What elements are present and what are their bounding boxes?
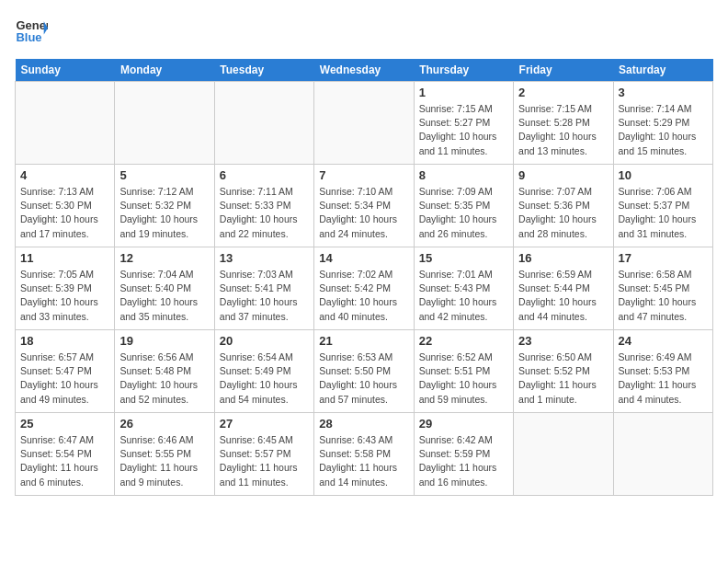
calendar-cell: 16Sunrise: 6:59 AMSunset: 5:44 PMDayligh… — [514, 247, 613, 330]
header: General Blue — [15, 15, 713, 48]
calendar-cell — [314, 82, 414, 165]
calendar-cell: 24Sunrise: 6:49 AMSunset: 5:53 PMDayligh… — [613, 330, 712, 413]
day-info: Sunrise: 6:57 AMSunset: 5:47 PMDaylight:… — [20, 350, 109, 407]
day-info: Sunrise: 7:05 AMSunset: 5:39 PMDaylight:… — [20, 268, 109, 324]
day-info: Sunrise: 6:45 AMSunset: 5:57 PMDaylight:… — [220, 433, 309, 489]
calendar-cell: 2Sunrise: 7:15 AMSunset: 5:28 PMDaylight… — [514, 82, 613, 165]
day-info: Sunrise: 6:53 AMSunset: 5:50 PMDaylight:… — [319, 350, 408, 407]
calendar-cell — [514, 413, 613, 496]
day-number: 29 — [419, 417, 508, 431]
day-info: Sunrise: 7:04 AMSunset: 5:40 PMDaylight:… — [119, 268, 209, 324]
calendar-cell — [115, 82, 214, 165]
calendar-cell: 13Sunrise: 7:03 AMSunset: 5:41 PMDayligh… — [214, 247, 313, 330]
day-number: 23 — [518, 334, 608, 348]
dow-saturday: Saturday — [613, 59, 712, 82]
calendar-cell: 17Sunrise: 6:58 AMSunset: 5:45 PMDayligh… — [613, 247, 712, 330]
calendar-cell: 4Sunrise: 7:13 AMSunset: 5:30 PMDaylight… — [16, 165, 115, 247]
calendar-cell: 14Sunrise: 7:02 AMSunset: 5:42 PMDayligh… — [314, 247, 414, 330]
day-number: 10 — [619, 168, 708, 182]
day-info: Sunrise: 7:12 AMSunset: 5:32 PMDaylight:… — [119, 185, 209, 241]
calendar-cell: 5Sunrise: 7:12 AMSunset: 5:32 PMDaylight… — [115, 165, 214, 247]
day-info: Sunrise: 6:43 AMSunset: 5:58 PMDaylight:… — [319, 433, 408, 489]
dow-thursday: Thursday — [414, 59, 513, 82]
week-row-3: 11Sunrise: 7:05 AMSunset: 5:39 PMDayligh… — [16, 247, 713, 330]
day-number: 14 — [319, 251, 408, 265]
day-info: Sunrise: 6:50 AMSunset: 5:52 PMDaylight:… — [518, 350, 608, 407]
day-info: Sunrise: 6:42 AMSunset: 5:59 PMDaylight:… — [419, 433, 508, 489]
dow-wednesday: Wednesday — [314, 59, 414, 82]
dow-sunday: Sunday — [16, 59, 115, 82]
day-info: Sunrise: 7:15 AMSunset: 5:28 PMDaylight:… — [518, 102, 608, 158]
day-number: 20 — [220, 334, 309, 348]
day-number: 27 — [220, 417, 309, 431]
day-info: Sunrise: 6:52 AMSunset: 5:51 PMDaylight:… — [419, 350, 508, 407]
day-number: 9 — [518, 168, 608, 182]
calendar-cell: 18Sunrise: 6:57 AMSunset: 5:47 PMDayligh… — [16, 330, 115, 413]
day-info: Sunrise: 7:11 AMSunset: 5:33 PMDaylight:… — [220, 185, 309, 241]
days-of-week-row: SundayMondayTuesdayWednesdayThursdayFrid… — [16, 59, 713, 82]
day-info: Sunrise: 7:15 AMSunset: 5:27 PMDaylight:… — [419, 102, 508, 158]
day-number: 3 — [619, 86, 708, 99]
day-info: Sunrise: 7:06 AMSunset: 5:37 PMDaylight:… — [619, 185, 708, 241]
day-number: 21 — [319, 334, 408, 348]
day-number: 26 — [119, 417, 209, 431]
day-number: 6 — [220, 168, 309, 182]
day-number: 1 — [419, 86, 508, 99]
calendar-cell: 7Sunrise: 7:10 AMSunset: 5:34 PMDaylight… — [314, 165, 414, 247]
day-number: 16 — [518, 251, 608, 265]
calendar-cell: 3Sunrise: 7:14 AMSunset: 5:29 PMDaylight… — [613, 82, 712, 165]
day-info: Sunrise: 6:56 AMSunset: 5:48 PMDaylight:… — [119, 350, 209, 407]
calendar-cell: 8Sunrise: 7:09 AMSunset: 5:35 PMDaylight… — [414, 165, 513, 247]
day-info: Sunrise: 6:47 AMSunset: 5:54 PMDaylight:… — [20, 433, 109, 489]
calendar-cell: 25Sunrise: 6:47 AMSunset: 5:54 PMDayligh… — [16, 413, 115, 496]
dow-monday: Monday — [115, 59, 214, 82]
day-number: 17 — [619, 251, 708, 265]
day-number: 11 — [20, 251, 109, 265]
day-number: 15 — [419, 251, 508, 265]
calendar-cell: 6Sunrise: 7:11 AMSunset: 5:33 PMDaylight… — [214, 165, 313, 247]
day-info: Sunrise: 7:03 AMSunset: 5:41 PMDaylight:… — [220, 268, 309, 324]
calendar-cell: 20Sunrise: 6:54 AMSunset: 5:49 PMDayligh… — [214, 330, 313, 413]
day-number: 24 — [619, 334, 708, 348]
calendar-cell: 9Sunrise: 7:07 AMSunset: 5:36 PMDaylight… — [514, 165, 613, 247]
day-info: Sunrise: 7:02 AMSunset: 5:42 PMDaylight:… — [319, 268, 408, 324]
day-number: 2 — [518, 86, 608, 99]
calendar-cell: 11Sunrise: 7:05 AMSunset: 5:39 PMDayligh… — [16, 247, 115, 330]
dow-tuesday: Tuesday — [214, 59, 313, 82]
day-number: 22 — [419, 334, 508, 348]
day-number: 12 — [119, 251, 209, 265]
day-number: 8 — [419, 168, 508, 182]
calendar-cell: 12Sunrise: 7:04 AMSunset: 5:40 PMDayligh… — [115, 247, 214, 330]
calendar-cell: 26Sunrise: 6:46 AMSunset: 5:55 PMDayligh… — [115, 413, 214, 496]
svg-text:Blue: Blue — [16, 30, 41, 44]
calendar-cell: 28Sunrise: 6:43 AMSunset: 5:58 PMDayligh… — [314, 413, 414, 496]
day-number: 19 — [119, 334, 209, 348]
calendar-cell — [16, 82, 115, 165]
calendar-body: 1Sunrise: 7:15 AMSunset: 5:27 PMDaylight… — [16, 82, 713, 496]
day-info: Sunrise: 6:49 AMSunset: 5:53 PMDaylight:… — [619, 350, 708, 407]
day-info: Sunrise: 7:09 AMSunset: 5:35 PMDaylight:… — [419, 185, 508, 241]
day-info: Sunrise: 6:54 AMSunset: 5:49 PMDaylight:… — [220, 350, 309, 407]
logo-icon: General Blue — [15, 15, 48, 48]
logo: General Blue — [15, 15, 48, 48]
calendar-cell: 23Sunrise: 6:50 AMSunset: 5:52 PMDayligh… — [514, 330, 613, 413]
day-info: Sunrise: 7:01 AMSunset: 5:43 PMDaylight:… — [419, 268, 508, 324]
day-number: 18 — [20, 334, 109, 348]
week-row-1: 1Sunrise: 7:15 AMSunset: 5:27 PMDaylight… — [16, 82, 713, 165]
day-info: Sunrise: 6:46 AMSunset: 5:55 PMDaylight:… — [119, 433, 209, 489]
day-number: 25 — [20, 417, 109, 431]
calendar-cell: 29Sunrise: 6:42 AMSunset: 5:59 PMDayligh… — [414, 413, 513, 496]
week-row-2: 4Sunrise: 7:13 AMSunset: 5:30 PMDaylight… — [16, 165, 713, 247]
week-row-4: 18Sunrise: 6:57 AMSunset: 5:47 PMDayligh… — [16, 330, 713, 413]
calendar-cell: 21Sunrise: 6:53 AMSunset: 5:50 PMDayligh… — [314, 330, 414, 413]
day-info: Sunrise: 7:14 AMSunset: 5:29 PMDaylight:… — [619, 102, 708, 158]
day-info: Sunrise: 7:13 AMSunset: 5:30 PMDaylight:… — [20, 185, 109, 241]
calendar-cell — [613, 413, 712, 496]
day-info: Sunrise: 7:07 AMSunset: 5:36 PMDaylight:… — [518, 185, 608, 241]
dow-friday: Friday — [514, 59, 613, 82]
calendar-cell: 22Sunrise: 6:52 AMSunset: 5:51 PMDayligh… — [414, 330, 513, 413]
day-number: 5 — [119, 168, 209, 182]
calendar-cell: 10Sunrise: 7:06 AMSunset: 5:37 PMDayligh… — [613, 165, 712, 247]
day-number: 7 — [319, 168, 408, 182]
day-info: Sunrise: 6:59 AMSunset: 5:44 PMDaylight:… — [518, 268, 608, 324]
